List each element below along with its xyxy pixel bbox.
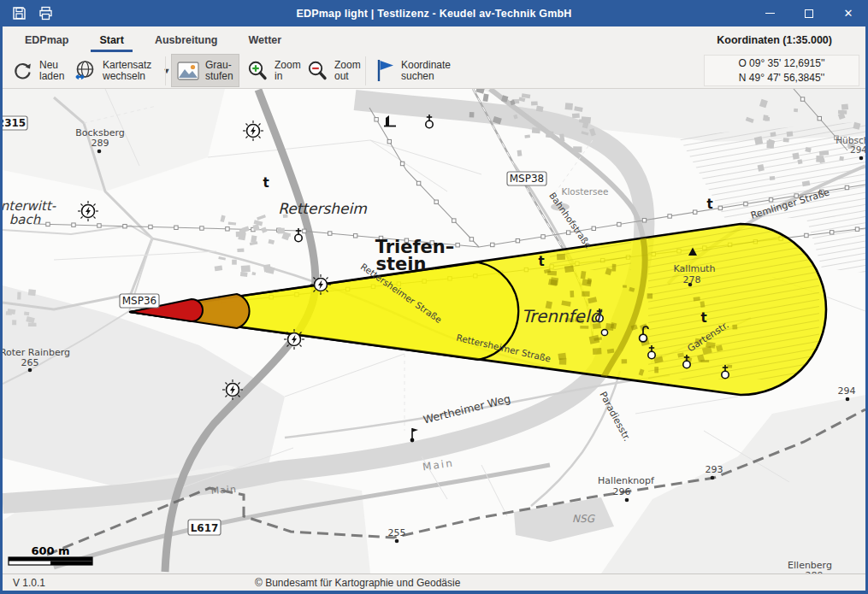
version-label: V 1.0.1 (13, 577, 45, 589)
map-label: 293 (706, 464, 723, 475)
map-label: 255 (388, 527, 406, 538)
image-icon (177, 62, 199, 80)
map-label: 278 (683, 274, 701, 285)
kartensatz-wechseln-label: Kartensatz wechseln (103, 60, 151, 82)
church-icon (426, 115, 433, 128)
zoom-in-icon (246, 60, 269, 82)
chevron-down-icon[interactable]: ▼ (162, 67, 170, 75)
graustufen-label: Grau- stufen (205, 60, 233, 82)
church-icon (295, 228, 302, 242)
map-label: Hallenknopf (598, 475, 655, 486)
church-icon (683, 355, 690, 368)
app-window: EDPmap light | Testlizenz - Keudel av-Te… (0, 0, 868, 594)
map-label: Trennfeld (522, 306, 603, 326)
map-road-shield: MSP38 (507, 172, 546, 185)
window-title: EDPmap light | Testlizenz - Keudel av-Te… (0, 8, 868, 20)
map-label: 296 (613, 486, 631, 497)
dot-icon (711, 476, 715, 480)
map-label: Kallmuth (674, 263, 716, 274)
zoom-out-icon (306, 60, 328, 82)
dot-icon (846, 397, 850, 402)
flag-icon (376, 59, 395, 82)
close-button[interactable]: ✕ (829, 0, 868, 26)
zoom-out-label: Zoom out (334, 60, 361, 82)
koordinaten-title: Koordinaten (1:35.000) (717, 26, 832, 53)
map-label: Klostersee (562, 186, 609, 197)
map-scale-bar (9, 557, 92, 565)
dot-icon (97, 150, 102, 154)
map-label: stein (376, 254, 427, 274)
map-label: 265 (21, 357, 39, 368)
map-canvas[interactable]: t (3, 89, 865, 573)
svg-text:2315: 2315 (3, 117, 26, 129)
title-bar: EDPmap light | Testlizenz - Keudel av-Te… (0, 0, 868, 26)
globe-icon (74, 59, 97, 82)
ribbon-tab-bar: EDPmap Start Ausbreitung Wetter Koordina… (3, 26, 865, 53)
minimize-button[interactable] (750, 0, 789, 26)
dot-icon (859, 156, 864, 161)
svg-text:L617: L617 (191, 522, 219, 534)
t-icon (706, 197, 712, 212)
map-road-shield: MSP36 (120, 294, 159, 308)
church-icon (722, 365, 729, 379)
tab-wetter[interactable]: Wetter (245, 26, 286, 53)
tab-edpmap[interactable]: EDPmap (21, 26, 72, 53)
zoom-in-label: Zoom in (275, 60, 301, 82)
map-label: 294 (838, 385, 856, 397)
zoom-in-button[interactable]: Zoom in (240, 54, 307, 87)
toolbar-separator (165, 56, 166, 85)
reload-icon (12, 60, 33, 81)
maximize-button[interactable] (789, 0, 829, 26)
tab-ausbreitung[interactable]: Ausbreitung (151, 26, 221, 53)
status-bar: V 1.0.1 © Bundesamt für Kartographie und… (3, 573, 865, 591)
map-road-shield: L617 (188, 520, 221, 535)
t-icon (700, 310, 706, 326)
dot-icon (28, 368, 32, 373)
graustufen-button[interactable]: Grau- stufen (171, 54, 239, 87)
toolbar-separator (365, 56, 366, 85)
svg-text:MSP36: MSP36 (122, 295, 156, 307)
dot-icon (625, 498, 629, 503)
neu-laden-button[interactable]: Neu laden (6, 54, 70, 87)
t-icon (538, 254, 544, 269)
map-label: 600 m (31, 544, 69, 557)
koordinate-suchen-label: Koordinate suchen (401, 60, 451, 82)
coordinate-north: N 49° 47' 56,3845'' (739, 72, 824, 84)
ribbon-toolbar: Neu laden Kartensatz wechseln ▼ Grau- st… (3, 53, 865, 89)
tab-start[interactable]: Start (96, 26, 127, 53)
church-icon (648, 345, 655, 359)
coordinate-display: O 09° 35' 12,6915'' N 49° 47' 56,3845'' (704, 55, 859, 86)
window-bottom-border (0, 591, 868, 594)
coordinate-east: O 09° 35' 12,6915'' (738, 57, 824, 69)
circle-icon (601, 329, 607, 335)
map-label: bach (9, 212, 41, 227)
map-label: Main (210, 484, 237, 497)
t-icon (263, 175, 269, 191)
neu-laden-label: Neu laden (39, 60, 64, 82)
copyright-label: © Bundesamt für Kartographie und Geodäsi… (255, 577, 460, 589)
koordinate-suchen-button[interactable]: Koordinate suchen (370, 54, 457, 87)
map-label: 289 (92, 138, 109, 149)
map-road-shield: 2315 (3, 116, 27, 130)
zoom-out-button[interactable]: Zoom out (300, 54, 367, 87)
map-label: NSG (572, 513, 596, 525)
map-label: Rettersheim (278, 200, 367, 217)
dot-icon (395, 539, 399, 544)
svg-text:MSP38: MSP38 (510, 173, 544, 185)
kartensatz-wechseln-button[interactable]: Kartensatz wechseln ▼ (68, 54, 176, 87)
map-label: 294 (850, 144, 865, 155)
